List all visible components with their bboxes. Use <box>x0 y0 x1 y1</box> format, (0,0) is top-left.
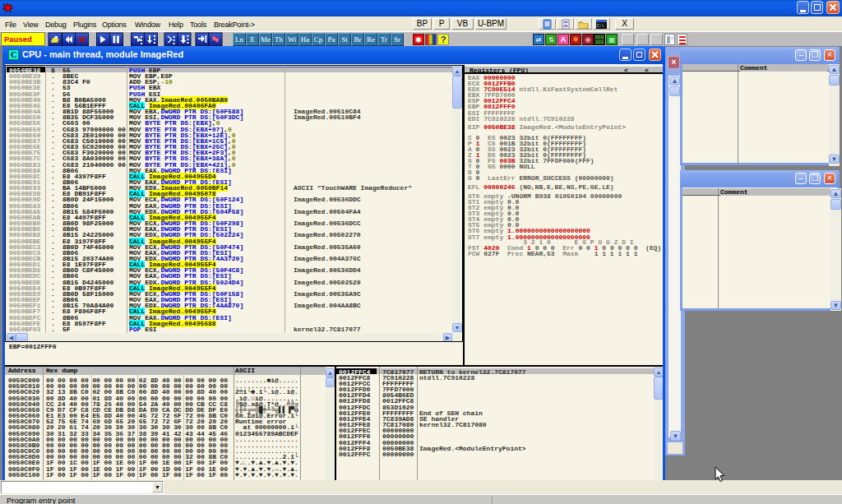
svg-text:C:\: C:\ <box>597 24 604 29</box>
